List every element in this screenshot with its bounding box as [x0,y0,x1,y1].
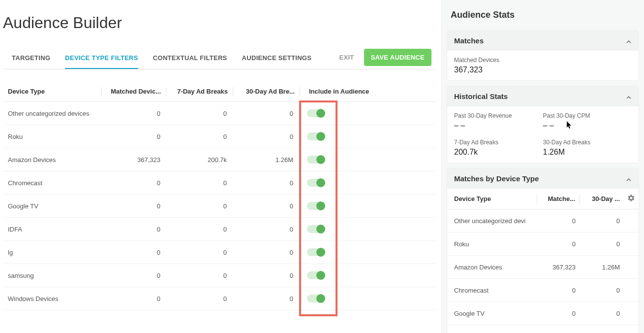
cell-matched: 0 [101,249,165,256]
cell-device-type: Other uncategorized devi [447,217,538,225]
by-device-grid-header: Device Type Matche... 30-Day ... [447,189,639,209]
cell-device-type: Other uncategorized devices [3,110,101,117]
cell-matched: 0 [538,217,580,225]
cell-device-type: Chromecast [447,287,538,294]
save-audience-button[interactable]: SAVE AUDIENCE [364,49,431,66]
cell-matched: 0 [101,110,165,117]
cell-device-type: Google TV [3,202,101,210]
cell-30day: 1.26M [232,156,298,164]
panel-historical: Historical Stats Past 30-Day Revenue – –… [447,86,639,163]
table-row: samsung 0 0 0 [3,264,436,287]
cell-matched: 0 [101,133,165,140]
panel-by-device-header[interactable]: Matches by Device Type [447,168,639,189]
cell-matched: 0 [101,295,165,302]
by-device-col-30day[interactable]: 30-Day ... [580,195,624,202]
col-device-type[interactable]: Device Type [3,88,101,95]
list-item: IDFA 0 0 [447,325,639,333]
col-7-day-ad-breaks[interactable]: 7-Day Ad Breaks [166,88,233,95]
cell-7day: 0 [165,295,232,302]
panel-historical-header[interactable]: Historical Stats [447,86,639,106]
tab-audience-settings[interactable]: AUDIENCE SETTINGS [242,49,312,68]
by-device-col-type[interactable]: Device Type [447,195,537,202]
col-30-day-ad-breaks[interactable]: 30-Day Ad Bre... [233,88,300,95]
cell-30day: 0 [580,310,624,317]
exit-button[interactable]: EXIT [339,54,354,61]
cell-device-type: Windows Devices [3,295,101,302]
by-device-col-matched[interactable]: Matche... [537,195,579,202]
list-item: Roku 0 0 [447,233,639,256]
panel-matches-title: Matches [454,36,484,45]
main-content: Audience Builder TARGETING DEVICE TYPE F… [0,0,441,333]
cell-7day: 200.7k [165,156,232,164]
cell-matched: 0 [101,179,165,187]
include-toggle[interactable] [307,133,325,140]
include-toggle[interactable] [307,295,325,302]
cell-matched: 367,323 [101,156,165,164]
panel-matches-header[interactable]: Matches [447,31,639,51]
cell-matched: 0 [538,310,580,317]
gear-icon[interactable] [627,196,635,203]
device-grid: Device Type Matched Devic... 7-Day Ad Br… [3,81,436,310]
include-toggle[interactable] [307,179,325,187]
chevron-up-icon [626,94,632,100]
table-row: Google TV 0 0 0 [3,195,436,218]
table-row: IDFA 0 0 0 [3,218,436,241]
cell-30day: 0 [232,272,298,279]
audience-stats-sidebar: Audience Stats Matches Matched Devices 3… [441,0,644,333]
cell-device-type: Amazon Devices [447,264,538,271]
past-30-revenue-label: Past 30-Day Revenue [454,112,543,119]
tab-bar: TARGETING DEVICE TYPE FILTERS CONTEXTUAL… [3,49,311,68]
table-row: Amazon Devices 367,323 200.7k 1.26M [3,148,436,171]
cell-matched: 367,323 [538,264,580,271]
include-toggle[interactable] [307,109,325,117]
list-item: Amazon Devices 367,323 1.26M [447,256,639,279]
cell-device-type: samsung [3,272,101,279]
device-grid-header: Device Type Matched Devic... 7-Day Ad Br… [3,81,436,102]
actions: EXIT SAVE AUDIENCE [339,49,431,66]
cell-7day: 0 [165,272,232,279]
table-row: Chromecast 0 0 0 [3,171,436,195]
list-item: Google TV 0 0 [447,302,639,325]
cell-30day: 0 [232,295,298,302]
include-toggle[interactable] [307,202,325,210]
include-toggle[interactable] [307,156,325,164]
cell-matched: 0 [101,226,165,233]
page-title: Audience Builder [3,14,436,32]
table-row: lg 0 0 0 [3,241,436,264]
col-include-in-audience[interactable]: Include in Audience [300,88,399,95]
tab-contextual-filters[interactable]: CONTEXTUAL FILTERS [153,49,227,68]
tab-device-type-filters[interactable]: DEVICE TYPE FILTERS [65,49,138,68]
cell-30day: 0 [232,202,298,210]
past-30-cpm-label: Past 30-Day CPM [543,112,632,119]
panel-by-device-type: Matches by Device Type Device Type Match… [447,168,639,333]
matched-devices-label: Matched Devices [454,57,632,64]
tab-targeting[interactable]: TARGETING [12,49,50,68]
cell-matched: 0 [538,240,580,248]
cell-30day: 0 [580,240,624,248]
cursor-icon [567,121,573,131]
cell-30day: 1.26M [580,264,624,271]
seven-day-ad-breaks-label: 7-Day Ad Breaks [454,139,543,146]
col-matched-devices[interactable]: Matched Devic... [102,88,166,95]
include-toggle[interactable] [307,248,325,256]
cell-device-type: lg [3,249,101,256]
cell-device-type: Chromecast [3,179,101,187]
cell-device-type: Roku [3,133,101,140]
cell-7day: 0 [165,202,232,210]
table-row: Windows Devices 0 0 0 [3,287,436,310]
cell-device-type: IDFA [3,226,101,233]
list-item: Chromecast 0 0 [447,279,639,302]
sidebar-title: Audience Stats [447,5,639,30]
cell-matched: 0 [538,287,580,294]
chevron-up-icon [626,176,632,182]
table-row: Other uncategorized devices 0 0 0 [3,102,436,125]
include-toggle[interactable] [307,225,325,233]
include-toggle[interactable] [307,271,325,279]
thirty-day-ad-breaks-value: 1.26M [543,148,632,157]
cell-7day: 0 [165,133,232,140]
table-row: Roku 0 0 0 [3,125,436,148]
tab-bar-row: TARGETING DEVICE TYPE FILTERS CONTEXTUAL… [3,49,436,69]
cell-7day: 0 [165,110,232,117]
cell-device-type: Amazon Devices [3,156,101,164]
cell-30day: 0 [232,179,298,187]
